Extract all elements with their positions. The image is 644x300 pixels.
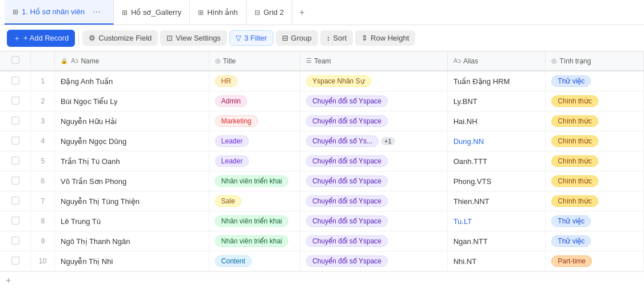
header-checkbox[interactable]: [11, 56, 19, 64]
table-row[interactable]: 4Nguyễn Ngọc DũngLeaderChuyển đổi số Ys.…: [0, 131, 644, 151]
row-name[interactable]: Lê Trung Tú: [55, 211, 209, 231]
table-row[interactable]: 5Trần Thị Tú OanhLeaderChuyển đổi số Ysp…: [0, 151, 644, 171]
row-checkbox[interactable]: [11, 77, 19, 85]
row-name[interactable]: Võ Trần Sơn Phong: [55, 171, 209, 191]
row-name[interactable]: Trần Thị Tú Oanh: [55, 151, 209, 171]
table-row[interactable]: 7Nguyễn Thị Tùng ThiệnSaleChuyển đổi số …: [0, 191, 644, 211]
tab-more-icon[interactable]: ⋯: [88, 7, 105, 17]
add-row-button[interactable]: +: [0, 271, 644, 289]
row-status: Thử việc: [546, 211, 644, 231]
grid-icon-3: ⊞: [198, 9, 204, 17]
row-status: Chính thức: [546, 131, 644, 151]
row-checkbox[interactable]: [11, 217, 19, 225]
team-badge: Chuyển đổi số Yspace: [306, 255, 388, 267]
tab-hinh-anh[interactable]: ⊞ Hình ảnh: [190, 0, 247, 25]
row-checkbox[interactable]: [11, 237, 19, 245]
table-row[interactable]: 9Ngô Thị Thanh NgânNhân viên triển khaiC…: [0, 231, 644, 251]
row-status: Chính thức: [546, 91, 644, 111]
row-checkbox-cell[interactable]: [0, 211, 31, 231]
team-badge: Yspace Nhân Sự: [306, 75, 371, 87]
row-title: Nhân viên triển khai: [209, 171, 300, 191]
col-alias-header[interactable]: Aↄ Alias: [447, 51, 546, 71]
filter-button[interactable]: ▽ 3 Filter: [229, 30, 273, 46]
row-checkbox-cell[interactable]: [0, 111, 31, 131]
tab-label: Grid 2: [264, 8, 284, 17]
row-checkbox[interactable]: [11, 177, 19, 185]
col-team-label: Team: [314, 57, 331, 65]
row-number: 9: [31, 231, 55, 251]
col-title-header[interactable]: ◎ Title: [209, 51, 300, 71]
col-checkbox[interactable]: [0, 51, 31, 71]
table-row[interactable]: 6Võ Trần Sơn PhongNhân viên triển khaiCh…: [0, 171, 644, 191]
tab-bar: ⊞ 1. Hồ sơ nhân viên ⋯ ⊞ Hồ sơ_Gallerry …: [0, 0, 644, 25]
row-checkbox-cell[interactable]: [0, 251, 31, 271]
row-number: 8: [31, 211, 55, 231]
col-status-label: Tình trạng: [559, 57, 591, 65]
title-badge: Marketing: [215, 115, 258, 127]
row-number: 4: [31, 131, 55, 151]
row-checkbox[interactable]: [11, 257, 19, 265]
col-name-header[interactable]: 🔒 Aↄ Name: [55, 51, 209, 71]
add-tab-button[interactable]: +: [292, 7, 311, 18]
sort-button[interactable]: ↕ Sort: [320, 30, 353, 46]
col-status-header[interactable]: ◎ Tình trạng: [546, 51, 644, 71]
title-badge: Nhân viên triển khai: [215, 215, 288, 227]
row-checkbox-cell[interactable]: [0, 191, 31, 211]
plus-icon: ＋: [13, 33, 21, 43]
row-checkbox[interactable]: [11, 97, 19, 105]
table-row[interactable]: 10Nguyễn Thị NhiContentChuyển đổi số Ysp…: [0, 251, 644, 271]
tab-grid-2[interactable]: ⊟ Grid 2: [247, 0, 292, 25]
row-name[interactable]: Nguyễn Hữu Hải: [55, 111, 209, 131]
row-name[interactable]: Nguyễn Ngọc Dũng: [55, 131, 209, 151]
alias-link[interactable]: Tu.LT: [454, 217, 472, 226]
add-record-button[interactable]: ＋ + Add Record: [7, 30, 75, 47]
customize-icon: ⚙: [89, 34, 96, 42]
row-checkbox-cell[interactable]: [0, 71, 31, 91]
customize-field-button[interactable]: ⚙ Customize Field: [82, 30, 158, 46]
alias-link[interactable]: Dung.NN: [454, 137, 484, 146]
group-icon: ⊟: [282, 34, 288, 42]
row-name[interactable]: Ngô Thị Thanh Ngân: [55, 231, 209, 251]
row-name[interactable]: Đặng Anh Tuấn: [55, 71, 209, 91]
title-badge: Nhân viên triển khai: [215, 175, 288, 187]
row-name[interactable]: Nguyễn Thị Tùng Thiện: [55, 191, 209, 211]
row-title: HR: [209, 71, 300, 91]
col-team-header[interactable]: ☰ Team: [300, 51, 447, 71]
title-badge: Leader: [215, 155, 249, 167]
table-row[interactable]: 2Bùi Ngọc Tiểu LyAdminChuyển đổi số Yspa…: [0, 91, 644, 111]
table-header-row: 🔒 Aↄ Name ◎ Title ☰ Team: [0, 51, 644, 71]
view-settings-button[interactable]: ⊡ View Settings: [160, 30, 227, 46]
row-alias[interactable]: Tu.LT: [447, 211, 546, 231]
row-name[interactable]: Nguyễn Thị Nhi: [55, 251, 209, 271]
row-name[interactable]: Bùi Ngọc Tiểu Ly: [55, 91, 209, 111]
table-row[interactable]: 1Đặng Anh TuấnHRYspace Nhân SựTuấn Đặng …: [0, 71, 644, 91]
group-button[interactable]: ⊟ Group: [276, 30, 318, 46]
row-status: Thử việc: [546, 71, 644, 91]
row-number: 6: [31, 171, 55, 191]
row-checkbox-cell[interactable]: [0, 131, 31, 151]
col-title-label: Title: [223, 57, 236, 65]
tab-ho-so-nhan-vien[interactable]: ⊞ 1. Hồ sơ nhân viên ⋯: [5, 0, 114, 25]
team-badge: Chuyển đổi số Yspace: [306, 215, 388, 227]
row-checkbox-cell[interactable]: [0, 171, 31, 191]
team-badge: Chuyển đổi số Yspace: [306, 175, 388, 187]
row-title: Nhân viên triển khai: [209, 211, 300, 231]
col-num-header: [31, 51, 55, 71]
row-checkbox[interactable]: [11, 197, 19, 205]
row-alias[interactable]: Dung.NN: [447, 131, 546, 151]
row-checkbox[interactable]: [11, 157, 19, 165]
status-badge: Chính thức: [551, 115, 598, 127]
row-status: Part-time: [546, 251, 644, 271]
row-checkbox[interactable]: [11, 137, 19, 145]
row-checkbox-cell[interactable]: [0, 231, 31, 251]
row-alias: Thien.NNT: [447, 191, 546, 211]
row-height-icon: ⇕: [361, 34, 368, 42]
row-height-button[interactable]: ⇕ Row Height: [355, 30, 415, 46]
tab-ho-so-gallery[interactable]: ⊞ Hồ sơ_Gallerry: [114, 0, 190, 25]
row-checkbox[interactable]: [11, 117, 19, 125]
row-checkbox-cell[interactable]: [0, 151, 31, 171]
row-checkbox-cell[interactable]: [0, 91, 31, 111]
table-row[interactable]: 3Nguyễn Hữu HảiMarketingChuyển đổi số Ys…: [0, 111, 644, 131]
sort-icon: ↕: [327, 34, 331, 42]
table-row[interactable]: 8Lê Trung TúNhân viên triển khaiChuyển đ…: [0, 211, 644, 231]
